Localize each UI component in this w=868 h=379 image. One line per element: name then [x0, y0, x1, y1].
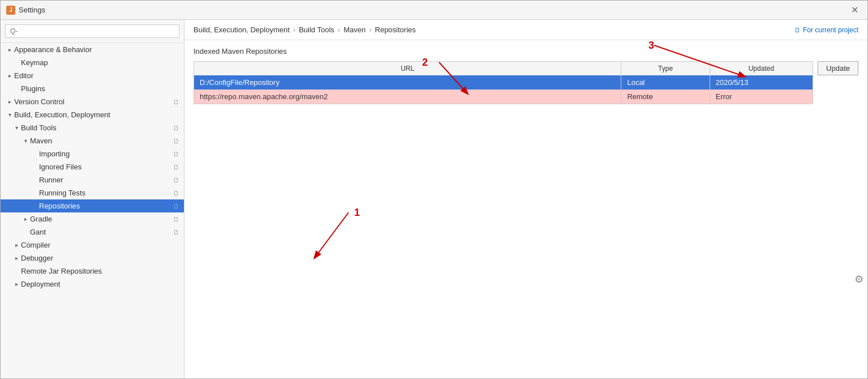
sidebar-item-build-tools[interactable]: ▾Build Tools🗋 — [1, 121, 184, 134]
sidebar-item-version-control[interactable]: ▸Version Control🗋 — [1, 95, 184, 108]
sidebar-item-build-exec-deploy[interactable]: ▾Build, Execution, Deployment — [1, 108, 184, 121]
sidebar-label-plugins: Plugins — [21, 84, 179, 93]
sidebar-item-ignored-files[interactable]: Ignored Files🗋 — [1, 160, 184, 173]
window-title: Settings — [19, 6, 45, 14]
for-current-project: 🗋 For current project — [794, 26, 858, 34]
page-icon-version-control: 🗋 — [173, 99, 179, 105]
section-title: Indexed Maven Repositories — [194, 47, 858, 56]
breadcrumb-sep1: › — [293, 25, 295, 34]
sidebar-label-running-tests: Running Tests — [39, 189, 171, 197]
sidebar: ▸Appearance & BehaviorKeymap▸EditorPlugi… — [1, 20, 184, 378]
update-button[interactable]: Update — [818, 61, 858, 75]
page-icon-runner: 🗋 — [173, 177, 179, 184]
cell-0-2: 2020/5/13 — [710, 75, 813, 90]
tree-arrow-editor: ▸ — [5, 73, 14, 79]
panel-content: Indexed Maven Repositories URLTypeUpdate… — [184, 40, 867, 378]
tree-arrow-build-exec-deploy: ▾ — [5, 112, 14, 118]
sidebar-item-runner[interactable]: Runner🗋 — [1, 173, 184, 186]
for-current-project-label: For current project — [803, 26, 858, 34]
page-icon-running-tests: 🗋 — [173, 190, 179, 197]
sidebar-label-remote-jar: Remote Jar Repositories — [21, 267, 179, 275]
repositories-table: URLTypeUpdated D:/ConfigFile/RepositoryL… — [194, 61, 813, 104]
title-bar: J Settings ✕ — [1, 1, 867, 20]
tree-arrow-version-control: ▸ — [5, 99, 14, 105]
sidebar-item-importing[interactable]: Importing🗋 — [1, 147, 184, 160]
sidebar-item-compiler[interactable]: ▸Compiler — [1, 239, 184, 252]
sidebar-item-deployment[interactable]: ▸Deployment — [1, 278, 184, 291]
main-panel: Build, Execution, Deployment › Build Too… — [184, 20, 867, 378]
settings-window: J Settings ✕ ▸Appearance & BehaviorKeyma… — [0, 0, 868, 379]
sidebar-label-runner: Runner — [39, 176, 171, 184]
sidebar-label-keymap: Keymap — [21, 58, 179, 67]
tree-arrow-deployment: ▸ — [12, 281, 21, 287]
sidebar-label-version-control: Version Control — [14, 97, 171, 106]
page-icon-gant: 🗋 — [173, 229, 179, 236]
sidebar-tree: ▸Appearance & BehaviorKeymap▸EditorPlugi… — [1, 43, 184, 378]
app-icon: J — [6, 6, 15, 15]
sidebar-label-gant: Gant — [30, 228, 171, 236]
col-header-url: URL — [194, 62, 621, 76]
close-button[interactable]: ✕ — [848, 3, 862, 16]
tree-arrow-maven: ▾ — [21, 138, 30, 144]
table-row-0[interactable]: D:/ConfigFile/RepositoryLocal2020/5/13 — [194, 75, 813, 90]
breadcrumb-part1: Build, Execution, Deployment — [194, 25, 290, 34]
main-content: ▸Appearance & BehaviorKeymap▸EditorPlugi… — [1, 20, 867, 378]
tree-arrow-debugger: ▸ — [12, 255, 21, 261]
sidebar-label-build-exec-deploy: Build, Execution, Deployment — [14, 110, 179, 119]
sidebar-label-debugger: Debugger — [21, 254, 179, 262]
cell-0-0: D:/ConfigFile/Repository — [194, 75, 621, 90]
col-header-updated: Updated — [710, 62, 813, 76]
sidebar-item-debugger[interactable]: ▸Debugger — [1, 252, 184, 265]
tree-arrow-compiler: ▸ — [12, 242, 21, 248]
breadcrumb-part2: Build Tools — [299, 25, 334, 34]
cell-1-0: https://repo.maven.apache.org/maven2 — [194, 90, 621, 104]
page-icon-build-tools: 🗋 — [173, 125, 179, 131]
sidebar-label-gradle: Gradle — [30, 215, 171, 223]
col-header-type: Type — [621, 62, 710, 76]
sidebar-label-compiler: Compiler — [21, 241, 179, 249]
page-icon-maven: 🗋 — [173, 138, 179, 144]
sidebar-label-deployment: Deployment — [21, 280, 179, 288]
breadcrumb: Build, Execution, Deployment › Build Too… — [184, 20, 867, 40]
tree-arrow-gradle: ▸ — [21, 216, 30, 222]
table-row-1[interactable]: https://repo.maven.apache.org/maven2Remo… — [194, 90, 813, 104]
sidebar-item-gradle[interactable]: ▸Gradle🗋 — [1, 212, 184, 225]
sidebar-item-editor[interactable]: ▸Editor — [1, 69, 184, 82]
breadcrumb-part4: Repositories — [375, 25, 416, 34]
page-icon-gradle: 🗋 — [173, 216, 179, 223]
sidebar-label-repositories: Repositories — [39, 202, 171, 210]
sidebar-label-build-tools: Build Tools — [21, 124, 171, 132]
search-input[interactable] — [5, 24, 179, 38]
sidebar-item-remote-jar[interactable]: Remote Jar Repositories — [1, 265, 184, 278]
sidebar-item-plugins[interactable]: Plugins — [1, 82, 184, 95]
sidebar-item-appearance[interactable]: ▸Appearance & Behavior — [1, 43, 184, 56]
page-icon-ignored-files: 🗋 — [173, 164, 179, 171]
page-icon-repositories: 🗋 — [173, 203, 179, 210]
sidebar-label-editor: Editor — [14, 71, 179, 80]
sidebar-label-ignored-files: Ignored Files — [39, 163, 171, 171]
sidebar-item-gant[interactable]: Gant🗋 — [1, 225, 184, 239]
breadcrumb-part3: Maven — [343, 25, 366, 34]
sidebar-label-maven: Maven — [30, 137, 171, 145]
breadcrumb-sep2: › — [338, 25, 340, 34]
cell-1-2: Error — [710, 90, 813, 104]
gear-icon[interactable]: ⚙ — [850, 271, 867, 288]
page-icon-importing: 🗋 — [173, 151, 179, 157]
title-bar-left: J Settings — [6, 6, 45, 15]
search-bar — [1, 20, 184, 43]
sidebar-label-importing: Importing — [39, 150, 171, 158]
cell-0-1: Local — [621, 75, 710, 90]
sidebar-item-keymap[interactable]: Keymap — [1, 56, 184, 69]
sidebar-label-appearance: Appearance & Behavior — [14, 45, 179, 54]
cell-1-1: Remote — [621, 90, 710, 104]
sidebar-item-maven[interactable]: ▾Maven🗋 — [1, 134, 184, 147]
tree-arrow-appearance: ▸ — [5, 46, 14, 53]
breadcrumb-sep3: › — [369, 25, 371, 34]
sidebar-item-repositories[interactable]: Repositories🗋 — [1, 199, 184, 212]
tree-arrow-build-tools: ▾ — [12, 125, 21, 131]
sidebar-item-running-tests[interactable]: Running Tests🗋 — [1, 186, 184, 199]
